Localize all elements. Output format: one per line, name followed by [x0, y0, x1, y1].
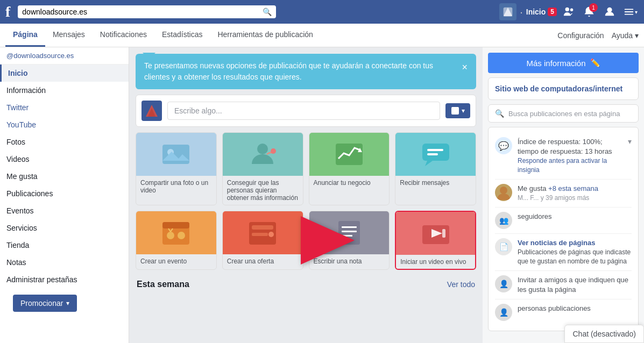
home-badge: 5: [548, 8, 557, 16]
banner-close-button[interactable]: ×: [462, 60, 468, 75]
account-icon[interactable]: [601, 3, 618, 20]
sidebar-username: @downloadsource.es: [0, 47, 129, 65]
sidebar-item-me-gusta[interactable]: Me gusta: [0, 168, 129, 185]
action-card-photo-label: Compartir una foto o un video: [136, 176, 216, 197]
post-box: Escribe algo... ▾: [136, 95, 476, 127]
ver-todo-link[interactable]: Ver todo: [447, 280, 475, 289]
svg-rect-21: [162, 222, 189, 228]
svg-point-13: [271, 148, 276, 154]
tab-notificaciones[interactable]: Notificaciones: [93, 24, 154, 47]
tab-pagina[interactable]: Página: [5, 24, 45, 47]
post-options-button[interactable]: ▾: [445, 103, 470, 118]
personas-text: personas publicaciones: [518, 304, 591, 313]
search-icon[interactable]: 🔍: [263, 8, 272, 16]
esta-semana-title: Esta semana: [137, 280, 189, 289]
me-gusta-stat: Me gusta +8 esta semana M... F... y 39 a…: [495, 180, 632, 208]
ver-noticias-icon: 📄: [495, 238, 512, 255]
action-card-people-label: Conseguir que las personas quieran obten…: [223, 176, 303, 205]
post-dropdown-arrow: ▾: [462, 107, 465, 115]
sidebar-item-twitter[interactable]: Twitter: [0, 99, 129, 116]
action-card-offer[interactable]: Crear una oferta: [222, 211, 303, 270]
sidebar-item-inicio[interactable]: Inicio: [0, 65, 129, 82]
search-input[interactable]: [22, 8, 260, 16]
page-avatar: [141, 101, 162, 121]
settings-menu-icon[interactable]: ▾: [621, 3, 639, 20]
svg-rect-33: [342, 235, 352, 237]
banner-text: Te presentamos nuevas opciones de public…: [144, 60, 456, 83]
notifications-icon[interactable]: 1: [581, 3, 598, 20]
chat-bar[interactable]: Chat (desactivado): [564, 325, 644, 343]
page-nav-right: Configuración Ayuda: [557, 31, 639, 40]
action-card-event-img: [136, 211, 216, 254]
main-layout: @downloadsource.es Inicio Información Tw…: [0, 47, 644, 343]
sidebar-item-notas[interactable]: Notas: [0, 254, 129, 271]
action-cards-row2: Crear un evento Crear una oferta Escribi…: [136, 211, 476, 270]
svg-rect-4: [624, 9, 633, 10]
invitar-amigos-stat: 👤 Invitar a amigos a que indiquen que le…: [495, 271, 632, 299]
svg-marker-17: [425, 161, 433, 166]
svg-rect-31: [342, 226, 357, 228]
mas-informacion-button[interactable]: Más información ✏️: [488, 53, 639, 73]
ayuda-dropdown[interactable]: Ayuda: [612, 31, 639, 40]
action-card-live[interactable]: Iniciar un video en vivo: [395, 211, 476, 270]
home-link[interactable]: Inicio 5: [526, 8, 557, 16]
svg-point-23: [178, 232, 185, 239]
tab-herramientas[interactable]: Herramientas de publicación: [210, 24, 320, 47]
search-bar[interactable]: 🔍: [18, 5, 276, 18]
svg-point-37: [500, 187, 507, 194]
tab-estadisticas[interactable]: Estadísticas: [154, 24, 210, 47]
action-card-advertise-img: [309, 133, 390, 176]
svg-rect-36: [442, 229, 445, 238]
ver-noticias-sub: Publicaciones de páginas que indicaste q…: [518, 248, 632, 266]
action-card-advertise[interactable]: Anunciar tu negocio: [309, 132, 390, 205]
sidebar-item-videos[interactable]: Videos: [0, 151, 129, 168]
svg-point-1: [565, 8, 569, 11]
post-input[interactable]: Escribe algo...: [167, 102, 440, 120]
action-card-people[interactable]: Conseguir que las personas quieran obten…: [222, 132, 303, 205]
tab-mensajes[interactable]: Mensajes: [45, 24, 93, 47]
sidebar-item-administrar[interactable]: Administrar pestañas: [0, 271, 129, 288]
sidebar-item-youtube[interactable]: YouTube: [0, 116, 129, 133]
sidebar-item-servicios[interactable]: Servicios: [0, 219, 129, 237]
profile-pic-icon[interactable]: [499, 3, 516, 20]
me-gusta-sub: M... F... y 39 amigos más: [518, 194, 598, 203]
esta-semana-section: Esta semana Ver todo: [136, 275, 476, 294]
friends-icon[interactable]: [560, 3, 577, 20]
sidebar-item-publicaciones[interactable]: Publicaciones: [0, 185, 129, 202]
svg-rect-5: [624, 11, 633, 12]
website-category: Sitio web de computadoras/internet: [488, 77, 639, 100]
action-card-event[interactable]: Crear un evento: [136, 211, 217, 270]
action-card-note[interactable]: Escribir una nota: [309, 211, 390, 270]
announcement-banner: Te presentamos nuevas opciones de public…: [136, 54, 476, 89]
personas-icon: 👤: [495, 304, 512, 321]
right-sidebar: Más información ✏️ Sitio web de computad…: [483, 47, 644, 343]
promote-button[interactable]: Promocionar ▾: [13, 295, 77, 312]
svg-rect-9: [162, 145, 189, 164]
response-rate-stat: 💬 Índice de respuesta: 100%; tiempo de r…: [495, 133, 632, 180]
action-card-photo-img: [136, 133, 216, 176]
action-card-offer-label: Crear una oferta: [223, 254, 303, 268]
response-chevron[interactable]: ▾: [628, 137, 632, 146]
configuracion-link[interactable]: Configuración: [557, 31, 604, 40]
page-navigation: Página Mensajes Notificaciones Estadísti…: [0, 24, 644, 47]
action-card-live-img: [396, 212, 475, 255]
ver-noticias-stat: 📄 Ver noticias de páginas Publicaciones …: [495, 234, 632, 271]
action-card-offer-img: [223, 211, 303, 254]
sidebar-item-informacion[interactable]: Información: [0, 82, 129, 99]
response-rate-icon: 💬: [495, 137, 512, 154]
sidebar-item-eventos[interactable]: Eventos: [0, 202, 129, 219]
facebook-logo: f: [5, 3, 10, 20]
post-box-top: Escribe algo... ▾: [141, 101, 470, 121]
svg-rect-28: [252, 233, 268, 236]
personas-publicaciones-stat: 👤 personas publicaciones: [495, 299, 632, 325]
promote-dropdown-arrow: ▾: [66, 299, 69, 307]
svg-point-3: [607, 8, 612, 12]
sidebar-item-fotos[interactable]: Fotos: [0, 133, 129, 151]
ver-noticias-title[interactable]: Ver noticias de páginas: [518, 238, 632, 248]
nav-right: · Inicio 5 1 ▾: [499, 3, 639, 20]
website-text: Sitio web de computadoras/internet: [495, 84, 622, 93]
sidebar-item-tienda[interactable]: Tienda: [0, 237, 129, 254]
action-card-messages[interactable]: Recibir mensajes: [395, 132, 476, 205]
page-search[interactable]: 🔍 Busca publicaciones en esta página: [488, 104, 639, 123]
action-card-photo[interactable]: Compartir una foto o un video: [136, 132, 217, 205]
